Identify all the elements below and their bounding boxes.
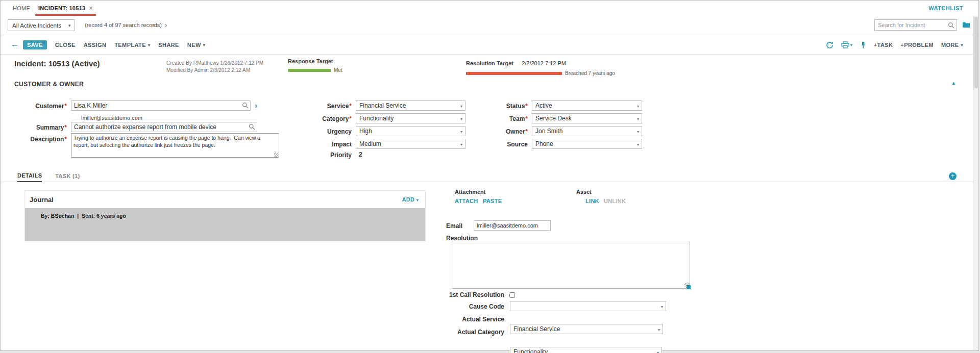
save-button[interactable]: SAVE: [23, 40, 47, 49]
category-value: Functionality: [359, 115, 394, 122]
category-select[interactable]: Functionality▾: [356, 113, 465, 123]
journal-header: Journal ADD ▾: [25, 191, 425, 208]
unlink-asset-button[interactable]: UNLINK: [604, 198, 626, 204]
source-select[interactable]: Phone▾: [532, 139, 642, 149]
print-button[interactable]: ▾: [841, 41, 852, 48]
response-target-status: Met: [334, 67, 342, 73]
status-row: Status* Active▾: [462, 100, 642, 111]
actual-service-label: Actual Service: [429, 316, 504, 323]
source-row: Source Phone▾: [462, 139, 642, 149]
team-select[interactable]: Service Desk▾: [532, 113, 642, 123]
link-asset-button[interactable]: LINK: [585, 198, 599, 204]
summary-label: Summary: [36, 124, 64, 131]
summary-input[interactable]: [71, 122, 257, 132]
prev-record-button[interactable]: ‹: [149, 19, 159, 31]
collapse-section-icon[interactable]: ▴: [952, 80, 955, 86]
attach-button[interactable]: ATTACH: [455, 198, 478, 204]
search-input[interactable]: [875, 20, 957, 30]
scrollbar-thumb[interactable]: [974, 17, 978, 88]
urgency-select[interactable]: High▾: [356, 126, 465, 136]
first-call-checkbox[interactable]: [509, 292, 515, 298]
journal-entry-text: By: BSochan | Sent: 6 years ago: [41, 213, 126, 219]
description-row: Description* Trying to authorize an expe…: [5, 133, 290, 159]
status-select[interactable]: Active▾: [532, 100, 642, 111]
resize-grip-icon[interactable]: [274, 153, 279, 157]
vertical-scrollbar[interactable]: [973, 16, 978, 350]
actual-service-select[interactable]: Financial Service ▾: [510, 324, 663, 334]
journal-entry[interactable]: By: BSochan | Sent: 6 years ago: [25, 208, 425, 241]
required-marker: *: [525, 128, 528, 135]
add-problem-button[interactable]: +PROBLEM: [900, 42, 934, 48]
resolution-field: [452, 241, 690, 289]
required-marker: *: [525, 103, 528, 110]
watchlist-link[interactable]: WATCHLIST: [928, 5, 963, 11]
page-title: Incident: 10513 (Active): [14, 59, 100, 68]
impact-select[interactable]: Medium▾: [356, 139, 465, 149]
chevron-down-icon: ▾: [637, 130, 639, 134]
template-button[interactable]: TEMPLATE ▾: [114, 42, 150, 48]
saved-search-dropdown[interactable]: All Active Incidents ▾: [8, 19, 75, 31]
customer-search-icon[interactable]: [242, 102, 249, 109]
journal-panel: Journal ADD ▾ By: BSochan | Sent: 6 year…: [24, 190, 426, 241]
assign-button[interactable]: ASSIGN: [84, 42, 107, 48]
share-button[interactable]: SHARE: [158, 42, 179, 48]
search-icon[interactable]: [948, 22, 954, 29]
add-tab-button[interactable]: +: [949, 172, 957, 180]
actual-category-value: Functionality: [513, 348, 548, 353]
team-label: Team: [509, 115, 525, 122]
search-box: [874, 19, 957, 31]
tab-incident[interactable]: INCIDENT: 10513 ×: [33, 1, 98, 16]
tab-details[interactable]: DETAILS: [17, 172, 42, 182]
add-task-button[interactable]: +TASK: [874, 42, 893, 48]
urgency-row: Urgency High▾: [286, 126, 465, 136]
journal-add-label: ADD: [402, 196, 415, 203]
chevron-down-icon: ▾: [203, 43, 205, 47]
next-record-button[interactable]: ›: [161, 19, 171, 31]
pin-icon[interactable]: [860, 41, 866, 48]
customer-input[interactable]: [71, 100, 251, 111]
new-label: NEW: [187, 42, 201, 48]
summary-search-icon[interactable]: [249, 123, 255, 130]
refresh-icon[interactable]: [826, 41, 834, 49]
urgency-value: High: [359, 128, 372, 135]
resolution-textarea[interactable]: [452, 241, 690, 289]
resize-handle[interactable]: [687, 285, 691, 289]
tab-task[interactable]: TASK (1): [55, 173, 80, 182]
response-target-bar: [288, 69, 331, 72]
more-label: MORE: [941, 42, 959, 48]
chevron-down-icon: ▾: [658, 327, 660, 332]
folder-icon[interactable]: [962, 21, 970, 28]
tab-home[interactable]: HOME: [8, 1, 35, 16]
description-textarea[interactable]: Trying to authorize an expense report is…: [71, 133, 279, 158]
paste-button[interactable]: PASTE: [483, 198, 502, 204]
more-button[interactable]: MORE ▾: [941, 42, 963, 48]
attachment-label: Attachment: [455, 189, 486, 195]
chevron-down-icon: ▾: [637, 117, 639, 121]
open-customer-record-icon[interactable]: ›: [255, 101, 257, 110]
status-label: Status: [506, 103, 525, 110]
chevron-down-icon: ▾: [661, 305, 663, 309]
plus-icon: +: [951, 172, 954, 180]
close-button[interactable]: CLOSE: [55, 42, 76, 48]
owner-select[interactable]: Jon Smith▾: [532, 126, 642, 136]
actual-category-select[interactable]: Functionality ▾: [510, 347, 662, 353]
home-tab-label: HOME: [13, 5, 30, 11]
email-input[interactable]: [474, 220, 551, 231]
chevron-down-icon: ▾: [637, 104, 639, 109]
response-target: Response Target Met: [288, 58, 342, 73]
first-call-label: 1st Call Resolution: [429, 291, 504, 298]
source-value: Phone: [535, 140, 553, 147]
back-button[interactable]: ←: [11, 40, 19, 49]
description-label: Description: [30, 136, 64, 143]
urgency-label: Urgency: [327, 128, 352, 135]
required-marker: *: [64, 103, 67, 110]
cause-code-select[interactable]: ▾: [510, 301, 666, 311]
record-meta: Created By RMatthews 1/26/2012 7:12 PM M…: [166, 60, 263, 74]
resolution-target-status: Breached 7 years ago: [565, 70, 615, 76]
action-toolbar: ← SAVE CLOSE ASSIGN TEMPLATE ▾ SHARE NEW…: [1, 36, 978, 55]
close-tab-icon[interactable]: ×: [89, 5, 93, 12]
journal-add-button[interactable]: ADD ▾: [402, 196, 419, 203]
printer-icon: [841, 41, 849, 48]
new-button[interactable]: NEW ▾: [187, 42, 205, 48]
service-select[interactable]: Financial Service▾: [356, 100, 465, 111]
